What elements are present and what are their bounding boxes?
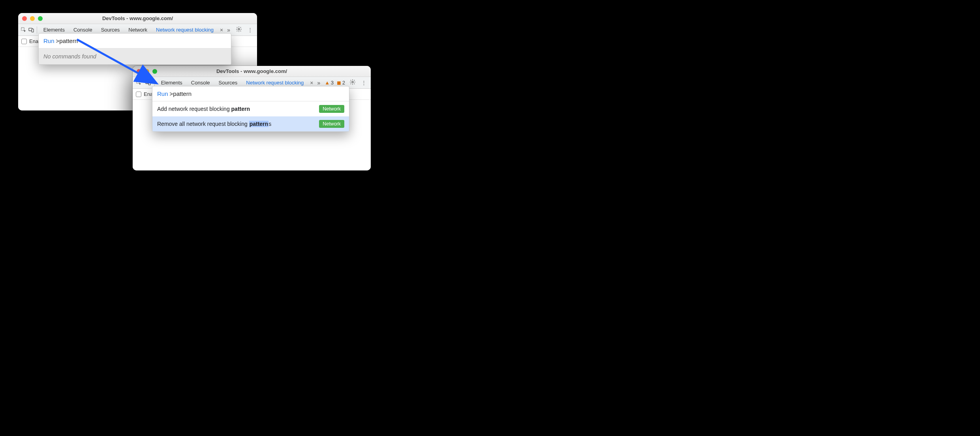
settings-icon[interactable]	[347, 79, 358, 86]
inspect-element-icon[interactable]	[135, 78, 143, 88]
command-result-category: Network	[319, 105, 344, 113]
separator	[37, 26, 37, 34]
svg-rect-2	[32, 29, 34, 32]
more-options-icon[interactable]: ⋮	[359, 80, 368, 86]
close-window-button[interactable]	[137, 69, 141, 74]
close-window-button[interactable]	[22, 16, 27, 21]
zoom-window-button[interactable]	[152, 69, 157, 74]
inspect-element-icon[interactable]	[21, 25, 27, 35]
separator	[154, 79, 155, 86]
device-toolbar-icon[interactable]	[144, 78, 152, 88]
command-result-row[interactable]: Remove all network request blocking patt…	[152, 116, 349, 131]
command-result-row[interactable]: Add network request blocking patternNetw…	[152, 101, 349, 116]
command-query: >pattern	[170, 90, 191, 97]
command-palette-2: Run >pattern Add network request blockin…	[152, 86, 349, 132]
titlebar: DevTools - www.google.com/	[133, 66, 371, 77]
command-result-category: Network	[319, 120, 344, 128]
svg-point-3	[238, 28, 240, 30]
more-tabs-icon[interactable]: »	[225, 27, 232, 33]
command-input[interactable]: Run >pattern	[152, 86, 349, 101]
titlebar: DevTools - www.google.com/	[18, 13, 257, 24]
svg-point-7	[352, 81, 353, 83]
enable-checkbox[interactable]	[21, 39, 27, 44]
issues-flag-icon: ◼	[337, 80, 341, 86]
device-toolbar-icon[interactable]	[28, 25, 35, 35]
svg-rect-6	[148, 82, 150, 85]
close-tab-icon[interactable]: ×	[218, 27, 225, 33]
zoom-window-button[interactable]	[38, 16, 43, 21]
warning-triangle-icon: ▲	[325, 80, 330, 86]
enable-checkbox[interactable]	[136, 92, 141, 97]
warnings-count: 3	[331, 80, 334, 86]
command-result-text: Add network request blocking pattern	[157, 106, 250, 112]
warnings-badge[interactable]: ▲ 3	[323, 80, 335, 86]
traffic-lights	[137, 69, 157, 74]
command-palette-1: Run >pattern No commands found	[38, 33, 231, 65]
window-title: DevTools - www.google.com/	[133, 68, 371, 74]
command-query: >pattern	[56, 37, 78, 44]
issues-badge[interactable]: ◼ 2	[336, 80, 346, 86]
minimize-window-button[interactable]	[30, 16, 35, 21]
command-prefix: Run	[43, 37, 54, 44]
settings-icon[interactable]	[233, 26, 244, 34]
command-result-text: Remove all network request blocking patt…	[157, 121, 271, 127]
issues-count: 2	[342, 80, 345, 86]
minimize-window-button[interactable]	[145, 69, 149, 74]
more-tabs-icon[interactable]: »	[315, 80, 322, 86]
window-title: DevTools - www.google.com/	[18, 15, 257, 21]
command-prefix: Run	[157, 90, 168, 97]
command-empty-message: No commands found	[39, 49, 231, 64]
command-input[interactable]: Run >pattern	[39, 34, 231, 49]
traffic-lights	[22, 16, 43, 21]
close-tab-icon[interactable]: ×	[308, 80, 315, 86]
more-options-icon[interactable]: ⋮	[245, 27, 255, 33]
